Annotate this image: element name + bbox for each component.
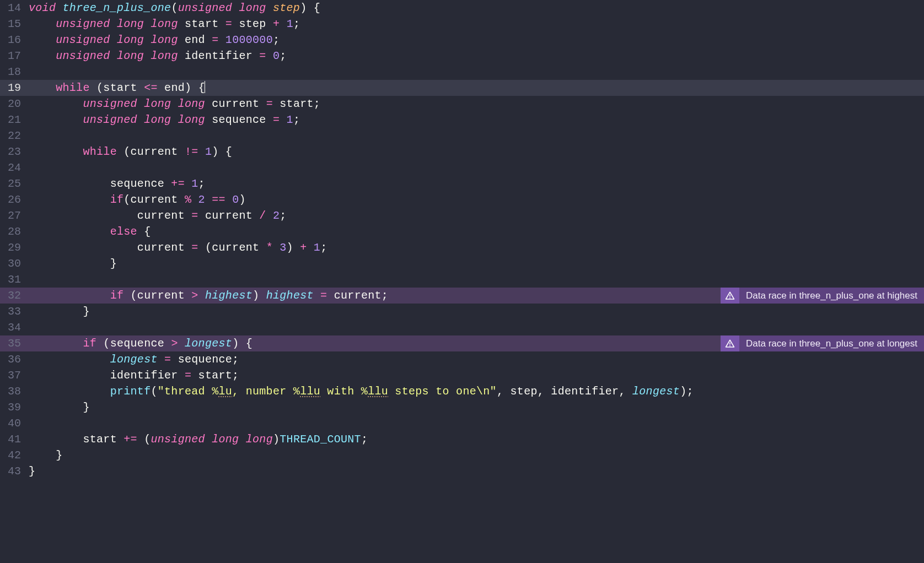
line-number: 14	[0, 0, 29, 16]
code-content[interactable]: current = current / 2;	[29, 208, 924, 224]
code-line[interactable]: 28 else {	[0, 224, 924, 240]
code-line[interactable]: 33 }	[0, 304, 924, 320]
code-content[interactable]: sequence += 1;	[29, 176, 924, 192]
code-line[interactable]: 16 unsigned long long end = 1000000;	[0, 32, 924, 48]
code-line[interactable]: 24	[0, 160, 924, 176]
code-line[interactable]: 14 void three_n_plus_one(unsigned long s…	[0, 0, 924, 16]
line-number: 26	[0, 192, 29, 208]
code-line[interactable]: 25 sequence += 1;	[0, 176, 924, 192]
code-line[interactable]: 31	[0, 272, 924, 288]
warning-icon	[721, 288, 739, 304]
line-number: 15	[0, 16, 29, 32]
code-editor[interactable]: 14 void three_n_plus_one(unsigned long s…	[0, 0, 924, 563]
issue-message: Data race in three_n_plus_one at highest	[739, 288, 924, 304]
code-content[interactable]: identifier = start;	[29, 367, 924, 383]
issue-message: Data race in three_n_plus_one at longest	[739, 335, 924, 351]
code-line[interactable]: 15 unsigned long long start = step + 1;	[0, 16, 924, 32]
line-number: 25	[0, 176, 29, 192]
code-line[interactable]: 36 longest = sequence;	[0, 351, 924, 367]
line-number: 24	[0, 160, 29, 176]
code-content[interactable]: while (current != 1) {	[29, 144, 924, 160]
line-number: 20	[0, 96, 29, 112]
code-content[interactable]: if(current % 2 == 0)	[29, 192, 924, 208]
line-number: 22	[0, 128, 29, 144]
line-number: 27	[0, 208, 29, 224]
code-line[interactable]: 41 start += (unsigned long long)THREAD_C…	[0, 431, 924, 447]
code-content[interactable]: printf("thread %lu, number %llu with %ll…	[29, 383, 924, 399]
code-line[interactable]: 17 unsigned long long identifier = 0;	[0, 48, 924, 64]
code-content[interactable]: current = (current * 3) + 1;	[29, 240, 924, 256]
line-number: 31	[0, 272, 29, 288]
line-number: 40	[0, 415, 29, 431]
code-content[interactable]: unsigned long long identifier = 0;	[29, 48, 924, 64]
code-line[interactable]: 26 if(current % 2 == 0)	[0, 192, 924, 208]
code-line[interactable]: 21 unsigned long long sequence = 1;	[0, 112, 924, 128]
code-content[interactable]: while (start <= end) {	[29, 80, 924, 96]
line-number: 38	[0, 383, 29, 399]
line-number: 36	[0, 351, 29, 367]
code-line[interactable]: 34	[0, 320, 924, 335]
code-content[interactable]: longest = sequence;	[29, 351, 924, 367]
line-number: 33	[0, 304, 29, 320]
line-number: 21	[0, 112, 29, 128]
code-line[interactable]: 37 identifier = start;	[0, 367, 924, 383]
code-content[interactable]: unsigned long long end = 1000000;	[29, 32, 924, 48]
code-line-issue[interactable]: 32 if (current > highest) highest = curr…	[0, 288, 924, 304]
svg-point-1	[729, 297, 730, 298]
line-number: 30	[0, 256, 29, 272]
code-content[interactable]: }	[29, 447, 924, 463]
line-number: 29	[0, 240, 29, 256]
line-number: 39	[0, 399, 29, 415]
code-line[interactable]: 42 }	[0, 447, 924, 463]
code-content[interactable]: }	[29, 463, 924, 479]
code-line-issue[interactable]: 35 if (sequence > longest) { Data race i…	[0, 335, 924, 351]
line-number: 18	[0, 64, 29, 80]
code-line[interactable]: 27 current = current / 2;	[0, 208, 924, 224]
code-line[interactable]: 30 }	[0, 256, 924, 272]
line-number: 32	[0, 288, 29, 304]
code-line[interactable]: 39 }	[0, 399, 924, 415]
text-cursor	[205, 81, 205, 93]
code-content[interactable]: }	[29, 256, 924, 272]
svg-point-3	[729, 345, 730, 346]
code-line[interactable]: 18	[0, 64, 924, 80]
code-line[interactable]: 40	[0, 415, 924, 431]
code-content[interactable]: }	[29, 304, 924, 320]
line-number: 28	[0, 224, 29, 240]
code-content[interactable]: void three_n_plus_one(unsigned long step…	[29, 0, 924, 16]
code-content[interactable]: else {	[29, 224, 924, 240]
code-content[interactable]: }	[29, 399, 924, 415]
code-line[interactable]: 38 printf("thread %lu, number %llu with …	[0, 383, 924, 399]
line-number: 16	[0, 32, 29, 48]
line-number: 19	[0, 80, 29, 96]
line-number: 23	[0, 144, 29, 160]
line-number: 17	[0, 48, 29, 64]
line-number: 43	[0, 463, 29, 479]
issue-badge[interactable]: Data race in three_n_plus_one at highest	[721, 288, 924, 304]
line-number: 41	[0, 431, 29, 447]
code-content[interactable]: start += (unsigned long long)THREAD_COUN…	[29, 431, 924, 447]
code-line[interactable]: 23 while (current != 1) {	[0, 144, 924, 160]
code-content[interactable]: unsigned long long sequence = 1;	[29, 112, 924, 128]
line-number: 37	[0, 367, 29, 383]
line-number: 35	[0, 335, 29, 351]
code-line[interactable]: 20 unsigned long long current = start;	[0, 96, 924, 112]
line-number: 42	[0, 447, 29, 463]
code-content[interactable]: unsigned long long current = start;	[29, 96, 924, 112]
line-number: 34	[0, 320, 29, 335]
warning-icon	[721, 335, 739, 351]
code-line[interactable]: 29 current = (current * 3) + 1;	[0, 240, 924, 256]
code-line[interactable]: 43 }	[0, 463, 924, 479]
issue-badge[interactable]: Data race in three_n_plus_one at longest	[721, 335, 924, 351]
code-line-current[interactable]: 19 while (start <= end) {	[0, 80, 924, 96]
code-line[interactable]: 22	[0, 128, 924, 144]
code-content[interactable]: unsigned long long start = step + 1;	[29, 16, 924, 32]
